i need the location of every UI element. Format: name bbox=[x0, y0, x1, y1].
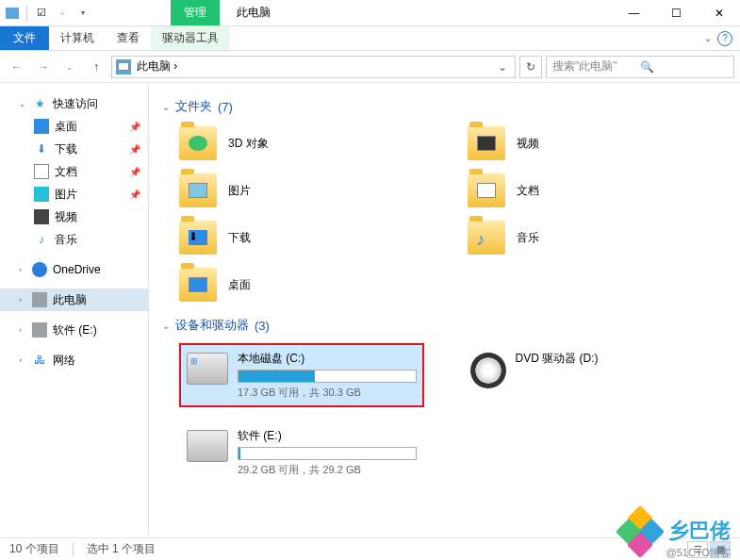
folder-icon bbox=[179, 268, 217, 302]
folder-icon bbox=[179, 126, 217, 160]
sidebar-network[interactable]: ›🖧网络 bbox=[0, 349, 148, 371]
sidebar-quick-access[interactable]: ⌄ ★ 快速访问 bbox=[0, 92, 148, 115]
checkbox-icon[interactable]: ☑ bbox=[33, 5, 50, 22]
folders-grid: 3D 对象 视频 图片 文档 ⬇下载 ♪音乐 桌面 bbox=[179, 124, 727, 304]
search-icon[interactable]: 🔍 bbox=[640, 60, 728, 74]
storage-bar bbox=[238, 447, 417, 460]
address-path[interactable]: 此电脑 › bbox=[137, 58, 494, 74]
group-folders-header[interactable]: ⌄ 文件夹 (7) bbox=[162, 98, 727, 115]
chevron-right-icon[interactable]: › bbox=[19, 295, 26, 305]
pin-icon: 📌 bbox=[129, 144, 140, 155]
back-button[interactable]: ← bbox=[6, 56, 28, 78]
window-title: 此电脑 bbox=[220, 0, 288, 25]
chevron-right-icon[interactable]: › bbox=[19, 265, 26, 274]
contextual-tab-header: 管理 bbox=[171, 0, 220, 25]
drive-stats: 29.2 GB 可用，共 29.2 GB bbox=[238, 463, 417, 477]
minimize-button[interactable]: — bbox=[613, 0, 655, 25]
pin-icon: 📌 bbox=[129, 167, 140, 177]
folder-videos[interactable]: 视频 bbox=[468, 124, 728, 162]
tab-drive-tools[interactable]: 驱动器工具 bbox=[151, 26, 230, 50]
group-folders-label: 文件夹 bbox=[175, 98, 212, 115]
network-icon: 🖧 bbox=[32, 353, 47, 368]
folder-downloads[interactable]: ⬇下载 bbox=[179, 219, 439, 256]
folder-pictures[interactable]: 图片 bbox=[179, 172, 439, 209]
address-box[interactable]: 此电脑 › ⌄ bbox=[111, 56, 516, 78]
chevron-down-icon[interactable]: ⌄ bbox=[19, 99, 26, 108]
up-button[interactable]: ↑ bbox=[85, 56, 107, 78]
music-icon: ♪ bbox=[34, 232, 49, 247]
documents-icon bbox=[34, 164, 49, 179]
search-placeholder: 搜索"此电脑" bbox=[552, 58, 640, 74]
hdd-icon bbox=[187, 430, 228, 462]
sidebar-onedrive[interactable]: ›OneDrive bbox=[0, 258, 148, 281]
chevron-right-icon[interactable]: › bbox=[19, 355, 26, 365]
drive-e[interactable]: 软件 (E:) 29.2 GB 可用，共 29.2 GB bbox=[179, 420, 424, 485]
group-drives-count: (3) bbox=[255, 319, 270, 333]
forward-button[interactable]: → bbox=[32, 56, 55, 78]
window-controls: — ☐ ✕ bbox=[613, 0, 740, 25]
location-icon bbox=[116, 59, 131, 74]
sidebar-item-videos[interactable]: 视频 bbox=[0, 206, 148, 228]
sidebar-software-drive[interactable]: ›软件 (E:) bbox=[0, 319, 148, 341]
quick-access-toolbar: ☑ ▫ ▾ bbox=[0, 0, 95, 25]
chevron-down-icon[interactable]: ⌄ bbox=[162, 321, 170, 331]
sidebar-this-pc[interactable]: ›此电脑 bbox=[0, 288, 148, 311]
maximize-button[interactable]: ☐ bbox=[655, 0, 698, 25]
sidebar-item-downloads[interactable]: ⬇下载📌 bbox=[0, 138, 148, 160]
folder-music[interactable]: ♪音乐 bbox=[468, 219, 728, 256]
drive-label: 本地磁盘 (C:) bbox=[238, 351, 417, 367]
watermark-sub: @51CTO博客 bbox=[666, 546, 731, 560]
drive-label: 软件 (E:) bbox=[238, 428, 417, 444]
refresh-button[interactable]: ↻ bbox=[519, 56, 542, 78]
qat-dropdown-icon[interactable]: ▾ bbox=[74, 5, 91, 22]
watermark-logo bbox=[619, 509, 663, 552]
app-icon[interactable] bbox=[4, 5, 21, 22]
cloud-icon bbox=[32, 262, 47, 277]
tab-computer[interactable]: 计算机 bbox=[49, 26, 106, 50]
drive-c[interactable]: ⊞ 本地磁盘 (C:) 17.3 GB 可用，共 30.3 GB bbox=[179, 343, 424, 407]
file-tab[interactable]: 文件 bbox=[0, 26, 49, 50]
sidebar-item-documents[interactable]: 文档📌 bbox=[0, 160, 148, 183]
star-icon: ★ bbox=[32, 96, 47, 111]
chevron-right-icon[interactable]: › bbox=[19, 325, 26, 335]
selection-count: 选中 1 个项目 bbox=[87, 541, 156, 557]
downloads-icon: ⬇ bbox=[34, 141, 49, 156]
folder-icon bbox=[468, 126, 505, 160]
address-dropdown-icon[interactable]: ⌄ bbox=[494, 60, 511, 74]
main-area: ⌄ ★ 快速访问 桌面📌 ⬇下载📌 文档📌 图片📌 视频 ♪音乐 ›OneDri… bbox=[0, 83, 740, 537]
sidebar-item-desktop[interactable]: 桌面📌 bbox=[0, 115, 148, 138]
drive-d-dvd[interactable]: DVD 驱动器 (D:) bbox=[463, 343, 708, 407]
folder-3d-objects[interactable]: 3D 对象 bbox=[179, 124, 439, 162]
group-folders-count: (7) bbox=[218, 100, 233, 114]
expand-ribbon-icon[interactable]: ⌄ bbox=[704, 33, 712, 43]
folder-desktop[interactable]: 桌面 bbox=[179, 266, 439, 304]
address-bar-row: ← → ⌄ ↑ 此电脑 › ⌄ ↻ 搜索"此电脑" 🔍 bbox=[0, 51, 740, 83]
sidebar-item-music[interactable]: ♪音乐 bbox=[0, 228, 148, 251]
folder-documents[interactable]: 文档 bbox=[468, 172, 728, 209]
ribbon: 文件 计算机 查看 驱动器工具 ⌄ ? bbox=[0, 26, 740, 51]
content-pane: ⌄ 文件夹 (7) 3D 对象 视频 图片 文档 ⬇下载 ♪音乐 桌面 ⌄ 设备… bbox=[149, 83, 740, 537]
group-drives-header[interactable]: ⌄ 设备和驱动器 (3) bbox=[162, 317, 727, 334]
pictures-icon bbox=[34, 187, 49, 202]
watermark-text: 乡巴佬 bbox=[668, 517, 731, 545]
item-count: 10 个项目 bbox=[9, 541, 59, 557]
folder-icon bbox=[179, 173, 217, 207]
chevron-down-icon[interactable]: ⌄ bbox=[162, 102, 170, 112]
separator bbox=[73, 543, 74, 556]
drive-stats: 17.3 GB 可用，共 30.3 GB bbox=[238, 386, 417, 400]
properties-icon[interactable]: ▫ bbox=[54, 5, 71, 22]
separator bbox=[26, 6, 27, 21]
videos-icon bbox=[34, 209, 49, 224]
search-input[interactable]: 搜索"此电脑" 🔍 bbox=[546, 56, 734, 78]
desktop-icon bbox=[34, 119, 49, 134]
tab-view[interactable]: 查看 bbox=[106, 26, 151, 50]
drives-grid: ⊞ 本地磁盘 (C:) 17.3 GB 可用，共 30.3 GB DVD 驱动器… bbox=[179, 343, 727, 485]
drive-icon bbox=[32, 322, 47, 338]
drive-label: DVD 驱动器 (D:) bbox=[516, 351, 700, 367]
recent-dropdown[interactable]: ⌄ bbox=[58, 56, 81, 78]
close-button[interactable]: ✕ bbox=[698, 0, 740, 25]
help-icon[interactable]: ? bbox=[717, 31, 732, 46]
titlebar: ☑ ▫ ▾ 管理 此电脑 — ☐ ✕ bbox=[0, 0, 740, 26]
storage-bar bbox=[238, 370, 417, 383]
sidebar-item-pictures[interactable]: 图片📌 bbox=[0, 183, 148, 206]
